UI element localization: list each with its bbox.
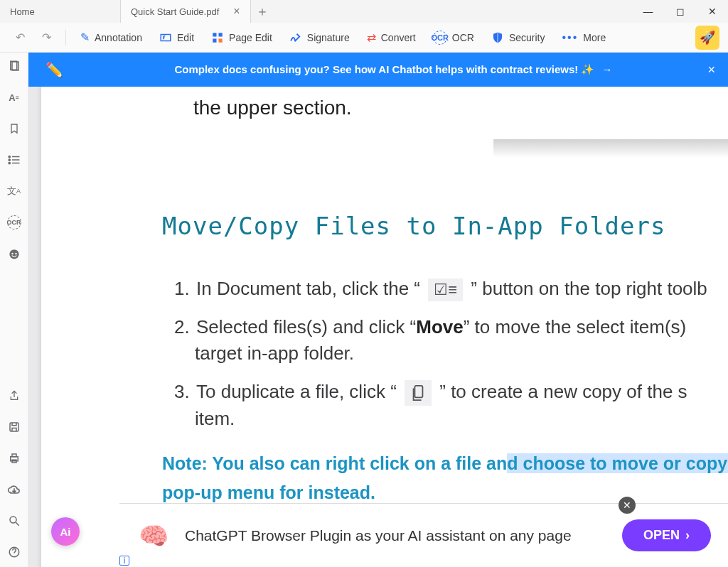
svg-point-11 [9, 162, 10, 163]
svg-rect-16 [10, 423, 18, 431]
signature-button[interactable]: Signature [282, 28, 357, 47]
search-icon[interactable] [6, 513, 22, 529]
svg-rect-3 [213, 38, 216, 42]
svg-point-14 [11, 253, 14, 255]
edit-button[interactable]: Edit [152, 28, 201, 47]
svg-rect-5 [10, 61, 16, 70]
ad-close-icon[interactable]: ✕ [619, 497, 636, 514]
save-icon[interactable] [6, 419, 22, 435]
security-button[interactable]: Security [484, 28, 552, 47]
signature-icon [289, 31, 302, 44]
svg-line-21 [16, 522, 19, 526]
ad-logo-icon: 🧠 [136, 519, 171, 553]
ocr-icon: OCR [433, 31, 447, 45]
step-1: In Document tab, click the “ ☑≡ ” button… [195, 276, 728, 314]
shield-icon [491, 31, 504, 44]
rocket-icon: 🚀 [700, 30, 715, 45]
svg-point-13 [9, 249, 18, 259]
svg-rect-0 [161, 34, 171, 40]
more-button[interactable]: •••More [555, 28, 613, 47]
help-icon[interactable] [6, 544, 22, 560]
svg-point-20 [10, 517, 16, 523]
page-edit-button[interactable]: Page Edit [204, 28, 279, 47]
svg-rect-2 [219, 33, 223, 36]
ai-fab-button[interactable]: Ai [51, 517, 80, 546]
promo-banner[interactable]: ✏️ Complex docs confusing you? See how A… [28, 53, 728, 87]
banner-close-icon[interactable]: × [707, 63, 715, 77]
ocr-side-icon[interactable]: OCR [6, 215, 22, 230]
svg-point-9 [9, 159, 10, 161]
steps-list: In Document tab, click the “ ☑≡ ” button… [41, 240, 728, 445]
step-3: To duplicate a file, click “ ” to create… [195, 379, 728, 445]
svg-rect-6 [12, 62, 18, 70]
chevron-right-icon: › [685, 528, 690, 543]
upgrade-button[interactable]: 🚀 [695, 26, 719, 50]
convert-button[interactable]: ⇄Convert [360, 28, 423, 47]
cloud-icon[interactable] [6, 482, 22, 497]
bottom-ad: 🧠 ChatGPT Browser Plugin as your AI assi… [119, 503, 728, 567]
highlighted-text: d choose to move or copy it f [507, 453, 728, 473]
section-heading: Move/Copy Files to In-App Folders [41, 119, 728, 240]
ad-text: ChatGPT Browser Plugin as your AI assist… [185, 526, 622, 545]
copy-icon [405, 380, 432, 406]
tab-active[interactable]: Quick Start Guide.pdf × [121, 0, 251, 23]
print-icon[interactable] [6, 450, 22, 466]
maximize-button[interactable]: ◻ [664, 0, 696, 23]
new-tab-button[interactable]: ＋ [251, 0, 274, 23]
ad-info-icon[interactable]: i [119, 556, 129, 566]
share-icon[interactable] [6, 388, 22, 404]
close-window-button[interactable]: ✕ [696, 0, 728, 23]
tab-close-icon[interactable]: × [233, 6, 240, 17]
translate-icon[interactable]: 文A [6, 183, 22, 199]
undo-button[interactable]: ↶ [9, 28, 32, 47]
text-edit-icon [159, 31, 172, 44]
svg-rect-18 [12, 454, 16, 457]
tab-home[interactable]: Home [0, 0, 121, 23]
separator [65, 30, 66, 45]
reddit-icon[interactable] [6, 246, 22, 261]
thumbnails-icon[interactable] [6, 58, 22, 74]
banner-text: Complex docs confusing you? See how AI C… [174, 63, 594, 75]
svg-rect-23 [414, 386, 422, 398]
doc-fragment-top: the upper section. [41, 97, 728, 119]
pencil-emoji-icon: ✏️ [46, 61, 63, 78]
ocr-button[interactable]: OCROCR [426, 28, 481, 48]
window-controls: — ◻ ✕ [632, 0, 728, 23]
bookmark-icon[interactable] [6, 121, 22, 136]
main-toolbar: ↶ ↷ ✎Annotation Edit Page Edit Signature… [0, 23, 728, 53]
pdf-page: the upper section. Move/Copy Files to In… [41, 53, 728, 567]
redo-button[interactable]: ↷ [35, 28, 58, 47]
step-2: Selected files(s) and click “Move” to mo… [195, 314, 728, 379]
arrow-right-icon: → [599, 63, 612, 75]
tab-active-label: Quick Start Guide.pdf [131, 6, 219, 17]
ad-open-button[interactable]: OPEN› [622, 519, 711, 551]
svg-rect-4 [219, 38, 223, 42]
dropdown-shadow [493, 139, 728, 158]
svg-point-7 [9, 156, 10, 157]
pencil-icon: ✎ [80, 31, 90, 44]
annotation-button[interactable]: ✎Annotation [73, 28, 149, 47]
document-viewport[interactable]: the upper section. Move/Copy Files to In… [28, 53, 728, 567]
outline-icon[interactable] [6, 152, 22, 168]
text-format-icon[interactable]: A≡ [6, 90, 22, 105]
svg-point-15 [15, 253, 17, 255]
svg-rect-1 [213, 33, 216, 36]
list-check-icon: ☑≡ [428, 279, 463, 301]
more-icon: ••• [562, 31, 578, 44]
title-bar: Home Quick Start Guide.pdf × ＋ — ◻ ✕ [0, 0, 728, 23]
left-sidebar: A≡ 文A OCR [0, 53, 28, 567]
convert-icon: ⇄ [367, 31, 376, 44]
minimize-button[interactable]: — [632, 0, 664, 23]
tab-home-label: Home [10, 6, 35, 17]
grid-icon [211, 31, 224, 44]
